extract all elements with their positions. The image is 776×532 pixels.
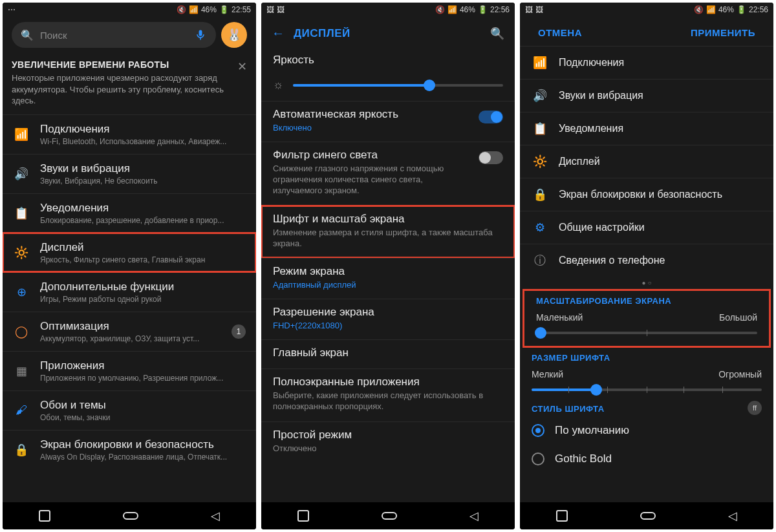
battery-icon: 🔋 xyxy=(219,5,229,14)
toggle-blue-filter[interactable] xyxy=(479,151,503,164)
brightness-slider[interactable] xyxy=(293,84,504,87)
item-title: Звуки и вибрация xyxy=(40,162,246,175)
battery-icon: 🔋 xyxy=(478,5,488,14)
settings-item-6[interactable]: ▦ Приложения Приложения по умолчанию, Ра… xyxy=(3,351,256,390)
notification-dots-icon: ⋯ xyxy=(8,5,16,14)
radio-icon xyxy=(532,452,544,465)
profile-avatar[interactable]: 🐰 xyxy=(221,22,247,48)
nav-recents[interactable] xyxy=(297,510,309,522)
item-icon: 🔆 xyxy=(532,153,548,170)
preview-item-4[interactable]: 🔒 Экран блокировки и безопасность xyxy=(520,178,773,211)
search-placeholder: Поиск xyxy=(40,30,188,41)
screenshot-icon: 🖼 xyxy=(277,5,285,14)
banner-title: УВЕЛИЧЕНИЕ ВРЕМЕНИ РАБОТЫ xyxy=(12,59,247,70)
preview-list: 📶 Подключения 🔊 Звуки и вибрация 📋 Уведо… xyxy=(520,47,773,277)
statusbar: 🖼 🖼 🔇 📶 46% 🔋 22:56 xyxy=(520,3,773,17)
close-icon[interactable]: ✕ xyxy=(237,59,247,74)
preview-item-1[interactable]: 🔊 Звуки и вибрация xyxy=(520,79,773,112)
simple-mode-row[interactable]: Простой режим Отключено xyxy=(261,421,515,462)
screen-font-scale: 🖼 🖼 🔇 📶 46% 🔋 22:56 ОТМЕНА ПРИМЕНИТЬ 📶 П… xyxy=(520,3,773,529)
row-link: Адаптивный дисплей xyxy=(273,280,503,290)
item-sub: Аккумулятор, хранилище, ОЗУ, защита уст.… xyxy=(40,334,221,343)
item-icon: 📶 xyxy=(532,54,548,71)
settings-item-1[interactable]: 🔊 Звуки и вибрация Звуки, Вибрация, Не б… xyxy=(3,154,256,193)
mic-icon[interactable] xyxy=(194,28,207,41)
settings-item-8[interactable]: 🔒 Экран блокировки и безопасность Always… xyxy=(3,430,256,469)
section-header: МАСШТАБИРОВАНИЕ ЭКРАНА xyxy=(524,291,769,308)
toggle-auto-brightness[interactable] xyxy=(479,111,503,123)
nav-home[interactable] xyxy=(382,512,397,520)
settings-item-2[interactable]: 📋 Уведомления Блокирование, разрешение, … xyxy=(3,193,256,233)
apply-button[interactable]: ПРИМЕНИТЬ xyxy=(691,27,755,38)
search-icon[interactable]: 🔍 xyxy=(490,27,504,41)
auto-brightness-row[interactable]: Автоматическая яркость Включено xyxy=(261,101,515,142)
font-scale-row[interactable]: Шрифт и масштаб экрана Изменение размера… xyxy=(261,206,515,259)
item-title: Дисплей xyxy=(559,156,762,167)
item-sub: Игры, Режим работы одной рукой xyxy=(40,295,246,304)
item-title: Дополнительные функции xyxy=(40,281,246,293)
nav-recents[interactable] xyxy=(39,510,50,522)
preview-item-3[interactable]: 🔆 Дисплей xyxy=(520,145,773,178)
cancel-button[interactable]: ОТМЕНА xyxy=(538,27,582,38)
screen-display-settings: 🖼 🖼 🔇 📶 46% 🔋 22:56 ← ДИСПЛЕЙ 🔍 Яркость … xyxy=(261,3,515,529)
font-option-1[interactable]: Gothic Bold xyxy=(520,445,773,473)
battery-banner[interactable]: УВЕЛИЧЕНИЕ ВРЕМЕНИ РАБОТЫ Некоторые прил… xyxy=(3,53,256,115)
fullscreen-apps-row[interactable]: Полноэкранные приложения Выберите, какие… xyxy=(261,368,515,421)
item-title: Подключения xyxy=(40,123,246,136)
action-bar: ОТМЕНА ПРИМЕНИТЬ xyxy=(520,17,773,47)
back-icon[interactable]: ← xyxy=(272,26,285,41)
font-option-label: Gothic Bold xyxy=(555,452,612,465)
preview-item-0[interactable]: 📶 Подключения xyxy=(520,47,773,79)
row-sub: Изменение размера и стиля шрифта, а такж… xyxy=(273,228,503,250)
settings-item-5[interactable]: ◯ Оптимизация Аккумулятор, хранилище, ОЗ… xyxy=(3,312,256,351)
nav-recents[interactable] xyxy=(556,510,568,522)
settings-item-0[interactable]: 📶 Подключения Wi-Fi, Bluetooth, Использо… xyxy=(3,115,256,154)
row-title: Простой режим xyxy=(273,429,503,442)
row-title: Разрешение экрана xyxy=(273,306,503,319)
signal-icon: 📶 xyxy=(706,5,716,14)
item-icon: ⚙ xyxy=(532,219,548,236)
scale-labels: Маленький Большой xyxy=(524,308,769,325)
item-title: Обои и темы xyxy=(40,399,246,412)
nav-back[interactable]: ◁ xyxy=(469,509,479,523)
preview-item-2[interactable]: 📋 Уведомления xyxy=(520,112,773,145)
preview-item-5[interactable]: ⚙ Общие настройки xyxy=(520,211,773,244)
font-download-icon[interactable]: ff xyxy=(748,401,762,415)
item-icon: 🔊 xyxy=(13,165,30,182)
scale-large-label: Большой xyxy=(719,312,757,323)
home-screen-row[interactable]: Главный экран xyxy=(261,339,515,368)
section-header: РАЗМЕР ШРИФТА xyxy=(520,348,773,365)
blue-filter-row[interactable]: Фильтр синего света Снижение глазного на… xyxy=(261,142,515,206)
search-input[interactable]: 🔍 Поиск xyxy=(12,22,216,48)
nav-back[interactable]: ◁ xyxy=(728,509,737,523)
item-icon: ⊕ xyxy=(13,284,30,301)
page-dots: ● ○ xyxy=(520,277,773,289)
row-title: Режим экрана xyxy=(273,265,503,278)
preview-item-6[interactable]: ⓘ Сведения о телефоне xyxy=(520,244,773,277)
nav-home[interactable] xyxy=(123,512,138,520)
item-title: Дисплей xyxy=(40,241,246,254)
screenshot-icon: 🖼 xyxy=(535,5,543,14)
screen-mode-row[interactable]: Режим экрана Адаптивный дисплей xyxy=(261,258,515,299)
signal-icon: 📶 xyxy=(189,5,199,14)
item-title: Экран блокировки и безопасность xyxy=(559,189,762,200)
font-style-options: По умолчанию Gothic Bold xyxy=(520,416,773,473)
nav-back[interactable]: ◁ xyxy=(211,509,220,523)
scale-slider[interactable] xyxy=(536,332,757,334)
resolution-row[interactable]: Разрешение экрана FHD+(2220x1080) xyxy=(261,299,515,339)
item-sub: Обои, темы, значки xyxy=(40,413,246,422)
font-option-0[interactable]: По умолчанию xyxy=(520,416,773,445)
item-title: Общие настройки xyxy=(559,222,762,233)
settings-item-3[interactable]: 🔆 Дисплей Яркость, Фильтр синего света, … xyxy=(3,233,256,272)
clock: 22:55 xyxy=(232,5,251,14)
fontsize-slider[interactable] xyxy=(532,388,762,391)
item-sub: Яркость, Фильтр синего света, Главный эк… xyxy=(40,255,246,264)
item-title: Подключения xyxy=(559,57,762,69)
item-icon: ▦ xyxy=(13,363,30,379)
item-sub: Блокирование, разрешение, добавление в п… xyxy=(40,216,246,225)
item-icon: 📋 xyxy=(13,205,30,222)
settings-item-7[interactable]: 🖌 Обои и темы Обои, темы, значки xyxy=(3,390,256,430)
settings-item-4[interactable]: ⊕ Дополнительные функции Игры, Режим раб… xyxy=(3,272,256,312)
nav-home[interactable] xyxy=(640,512,656,520)
item-sub: Wi-Fi, Bluetooth, Использование данных, … xyxy=(40,137,246,146)
